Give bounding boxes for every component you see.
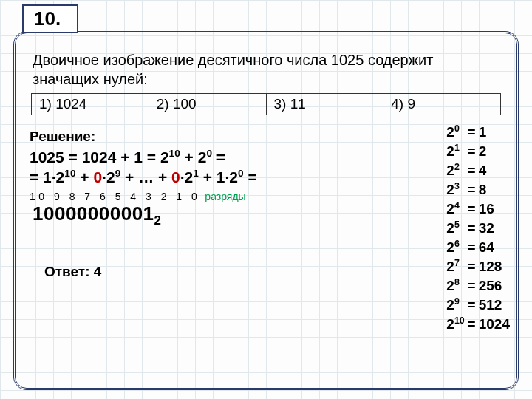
option-1: 1) 1024 [32, 94, 149, 115]
power-row: 24=16 [445, 200, 511, 219]
power-value: 4 [477, 161, 511, 180]
l2e: + … + [120, 168, 171, 185]
power-value: 256 [477, 276, 511, 296]
solution-column: Решение: 1025 = 1024 + 1 = 210 + 20 = = … [27, 126, 505, 280]
l2d: ·2 [102, 168, 115, 185]
l2g: ·2 [180, 168, 194, 185]
power-eq: = [466, 161, 477, 180]
power-eq: = [466, 123, 477, 142]
option-3: 3) 11 [267, 94, 384, 115]
l1c: = [212, 149, 225, 166]
sup10b: 10 [64, 168, 75, 179]
option-2: 2) 100 [149, 94, 267, 115]
l2b: + [75, 168, 93, 185]
l2h: + 1·2 [199, 168, 238, 185]
solution-line-1: 1025 = 1024 + 1 = 210 + 20 = [30, 148, 505, 166]
question-text: Двоичное изображение десятичного числа 1… [33, 50, 499, 89]
options-row: 1) 1024 2) 100 3) 11 4) 9 [31, 93, 501, 115]
l2a: = 1·2 [30, 168, 64, 185]
power-base: 210 [445, 315, 466, 334]
red0b: 0 [171, 168, 180, 185]
answer-label: Ответ: 4 [44, 264, 505, 280]
digits: 10 9 8 7 6 5 4 3 2 1 0 [30, 191, 200, 202]
power-value: 1024 [477, 315, 511, 334]
power-value: 64 [477, 238, 511, 257]
power-eq: = [466, 180, 477, 200]
power-row: 20=1 [445, 123, 511, 142]
power-base: 23 [445, 180, 466, 200]
power-base: 26 [445, 238, 466, 257]
power-eq: = [466, 296, 477, 315]
power-row: 210=1024 [445, 315, 511, 334]
power-value: 32 [477, 219, 511, 238]
power-base: 27 [445, 257, 466, 276]
power-value: 16 [477, 200, 511, 219]
power-base: 28 [445, 276, 466, 296]
power-row: 21=2 [445, 142, 511, 161]
power-base: 25 [445, 219, 466, 238]
sup0b: 0 [238, 168, 244, 179]
power-eq: = [466, 142, 477, 161]
power-row: 22=4 [445, 161, 511, 180]
power-value: 2 [477, 142, 511, 161]
power-row: 28=256 [445, 276, 511, 296]
power-row: 29=512 [445, 296, 511, 315]
power-value: 128 [477, 257, 511, 276]
solution-line-2: = 1·210 + 0·29 + … + 0·21 + 1·20 = [30, 168, 505, 186]
option-4: 4) 9 [383, 94, 500, 115]
power-base: 22 [445, 161, 466, 180]
power-eq: = [466, 257, 477, 276]
power-row: 27=128 [445, 257, 511, 276]
binary-number: 100000000012 [33, 202, 505, 228]
l1a: 1025 = 1024 + 1 = 2 [30, 149, 169, 166]
sup1: 1 [193, 168, 199, 179]
l1b: + 2 [180, 149, 207, 166]
binary-digits: 10000000001 [33, 202, 154, 225]
power-row: 25=32 [445, 219, 511, 238]
power-base: 29 [445, 296, 466, 315]
l2i: = [244, 168, 257, 185]
power-eq: = [466, 219, 477, 238]
powers-table: 20=121=222=423=824=1625=3226=6427=12828=… [445, 123, 511, 334]
sup0a: 0 [206, 148, 212, 159]
power-eq: = [466, 238, 477, 257]
red0a: 0 [93, 168, 102, 185]
power-value: 1 [477, 123, 511, 142]
power-eq: = [466, 200, 477, 219]
power-base: 21 [445, 142, 466, 161]
content-area: Двоичное изображение десятичного числа 1… [27, 44, 505, 384]
power-value: 512 [477, 296, 511, 315]
power-value: 8 [477, 180, 511, 200]
digits-label: разряды [205, 191, 245, 202]
sup10: 10 [169, 148, 180, 159]
power-row: 23=8 [445, 180, 511, 200]
binary-base: 2 [154, 214, 162, 228]
power-base: 24 [445, 200, 466, 219]
bit-positions: 10 9 8 7 6 5 4 3 2 1 0разряды [30, 191, 505, 202]
solution-label: Решение: [30, 129, 505, 145]
power-eq: = [466, 315, 477, 334]
power-eq: = [466, 276, 477, 296]
question-number: 10. [22, 4, 78, 33]
power-base: 20 [445, 123, 466, 142]
power-row: 26=64 [445, 238, 511, 257]
